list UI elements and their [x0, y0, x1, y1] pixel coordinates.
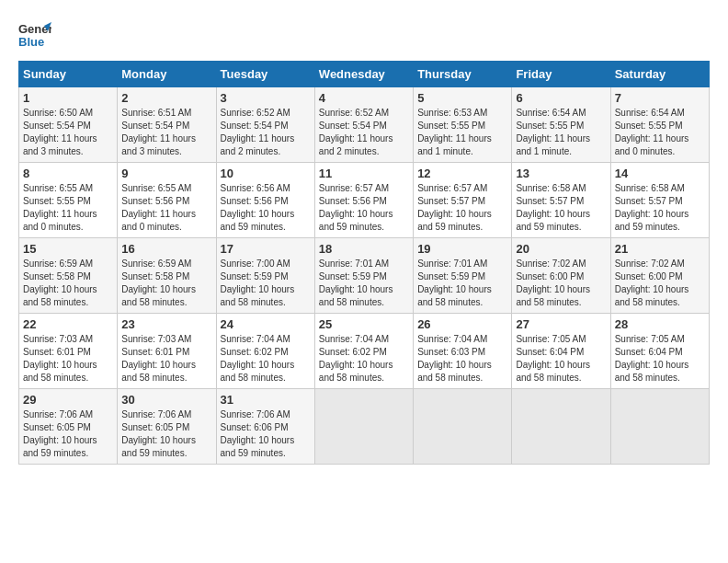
- day-info: Sunrise: 7:05 AMSunset: 6:04 PMDaylight:…: [516, 334, 590, 383]
- day-number: 31: [221, 393, 311, 407]
- day-info: Sunrise: 7:06 AMSunset: 6:05 PMDaylight:…: [121, 409, 196, 458]
- calendar-cell: 22Sunrise: 7:03 AMSunset: 6:01 PMDayligh…: [19, 314, 118, 389]
- calendar-week-row: 15Sunrise: 6:59 AMSunset: 5:58 PMDayligh…: [19, 238, 710, 314]
- day-info: Sunrise: 7:00 AMSunset: 5:59 PMDaylight:…: [221, 259, 295, 307]
- calendar-cell: 19Sunrise: 7:01 AMSunset: 5:59 PMDayligh…: [414, 238, 512, 314]
- day-number: 5: [417, 91, 507, 105]
- day-info: Sunrise: 7:04 AMSunset: 6:03 PMDaylight:…: [417, 334, 492, 383]
- calendar-cell: 18Sunrise: 7:01 AMSunset: 5:59 PMDayligh…: [314, 238, 413, 314]
- svg-text:Blue: Blue: [18, 35, 44, 49]
- day-number: 14: [615, 167, 705, 180]
- weekday-header-friday: Friday: [512, 62, 610, 87]
- calendar-cell: 16Sunrise: 6:59 AMSunset: 5:58 PMDayligh…: [118, 238, 216, 314]
- calendar-cell: 7Sunrise: 6:54 AMSunset: 5:55 PMDaylight…: [610, 87, 709, 163]
- day-info: Sunrise: 7:04 AMSunset: 6:02 PMDaylight:…: [319, 334, 393, 383]
- day-info: Sunrise: 7:03 AMSunset: 6:01 PMDaylight:…: [23, 334, 97, 383]
- day-info: Sunrise: 6:55 AMSunset: 5:55 PMDaylight:…: [23, 183, 97, 232]
- day-number: 1: [23, 91, 113, 105]
- day-number: 24: [221, 317, 311, 331]
- calendar-cell: 25Sunrise: 7:04 AMSunset: 6:02 PMDayligh…: [314, 314, 413, 389]
- day-number: 17: [221, 242, 311, 256]
- day-info: Sunrise: 6:58 AMSunset: 5:57 PMDaylight:…: [516, 183, 590, 232]
- day-info: Sunrise: 7:05 AMSunset: 6:04 PMDaylight:…: [615, 334, 689, 383]
- calendar-cell: 17Sunrise: 7:00 AMSunset: 5:59 PMDayligh…: [216, 238, 314, 314]
- day-info: Sunrise: 7:02 AMSunset: 6:00 PMDaylight:…: [615, 259, 689, 307]
- calendar-cell: 9Sunrise: 6:55 AMSunset: 5:56 PMDaylight…: [118, 163, 216, 238]
- calendar-cell: 3Sunrise: 6:52 AMSunset: 5:54 PMDaylight…: [216, 87, 314, 163]
- day-number: 21: [615, 242, 705, 256]
- day-number: 18: [319, 242, 409, 256]
- day-info: Sunrise: 6:59 AMSunset: 5:58 PMDaylight:…: [23, 259, 97, 307]
- day-info: Sunrise: 6:58 AMSunset: 5:57 PMDaylight:…: [615, 183, 689, 232]
- day-info: Sunrise: 7:03 AMSunset: 6:01 PMDaylight:…: [121, 334, 196, 383]
- calendar-week-row: 8Sunrise: 6:55 AMSunset: 5:55 PMDaylight…: [19, 163, 710, 238]
- calendar-cell: 24Sunrise: 7:04 AMSunset: 6:02 PMDayligh…: [216, 314, 314, 389]
- calendar-table: SundayMondayTuesdayWednesdayThursdayFrid…: [18, 61, 710, 465]
- calendar-cell: 4Sunrise: 6:52 AMSunset: 5:54 PMDaylight…: [314, 87, 413, 163]
- day-info: Sunrise: 6:53 AMSunset: 5:55 PMDaylight:…: [417, 108, 492, 156]
- calendar-cell: 14Sunrise: 6:58 AMSunset: 5:57 PMDayligh…: [610, 163, 709, 238]
- calendar-cell: 23Sunrise: 7:03 AMSunset: 6:01 PMDayligh…: [118, 314, 216, 389]
- page-header: General Blue: [18, 18, 710, 52]
- day-info: Sunrise: 7:01 AMSunset: 5:59 PMDaylight:…: [319, 259, 393, 307]
- calendar-cell: [414, 389, 512, 465]
- day-number: 28: [615, 317, 705, 331]
- day-info: Sunrise: 6:54 AMSunset: 5:55 PMDaylight:…: [516, 108, 590, 156]
- day-number: 3: [221, 91, 311, 105]
- day-number: 16: [121, 242, 211, 256]
- day-info: Sunrise: 6:57 AMSunset: 5:57 PMDaylight:…: [417, 183, 492, 232]
- day-number: 4: [319, 91, 409, 105]
- calendar-cell: 31Sunrise: 7:06 AMSunset: 6:06 PMDayligh…: [216, 389, 314, 465]
- day-number: 30: [121, 393, 211, 407]
- weekday-header-row: SundayMondayTuesdayWednesdayThursdayFrid…: [19, 62, 710, 87]
- weekday-header-wednesday: Wednesday: [314, 62, 413, 87]
- calendar-cell: 1Sunrise: 6:50 AMSunset: 5:54 PMDaylight…: [19, 87, 118, 163]
- calendar-cell: [314, 389, 413, 465]
- day-number: 19: [417, 242, 507, 256]
- day-number: 6: [516, 91, 606, 105]
- day-info: Sunrise: 7:02 AMSunset: 6:00 PMDaylight:…: [516, 259, 590, 307]
- day-info: Sunrise: 6:57 AMSunset: 5:56 PMDaylight:…: [319, 183, 393, 232]
- day-info: Sunrise: 6:55 AMSunset: 5:56 PMDaylight:…: [121, 183, 196, 232]
- calendar-cell: 21Sunrise: 7:02 AMSunset: 6:00 PMDayligh…: [610, 238, 709, 314]
- day-number: 7: [615, 91, 705, 105]
- calendar-cell: 2Sunrise: 6:51 AMSunset: 5:54 PMDaylight…: [118, 87, 216, 163]
- day-info: Sunrise: 7:06 AMSunset: 6:05 PMDaylight:…: [23, 409, 97, 458]
- day-number: 11: [319, 167, 409, 180]
- calendar-week-row: 29Sunrise: 7:06 AMSunset: 6:05 PMDayligh…: [19, 389, 710, 465]
- day-info: Sunrise: 6:56 AMSunset: 5:56 PMDaylight:…: [221, 183, 295, 232]
- day-number: 22: [23, 317, 113, 331]
- weekday-header-thursday: Thursday: [414, 62, 512, 87]
- day-number: 10: [221, 167, 311, 180]
- calendar-cell: 27Sunrise: 7:05 AMSunset: 6:04 PMDayligh…: [512, 314, 610, 389]
- calendar-cell: 12Sunrise: 6:57 AMSunset: 5:57 PMDayligh…: [414, 163, 512, 238]
- day-info: Sunrise: 6:52 AMSunset: 5:54 PMDaylight:…: [319, 108, 393, 156]
- day-info: Sunrise: 6:54 AMSunset: 5:55 PMDaylight:…: [615, 108, 689, 156]
- weekday-header-saturday: Saturday: [610, 62, 709, 87]
- calendar-cell: 6Sunrise: 6:54 AMSunset: 5:55 PMDaylight…: [512, 87, 610, 163]
- calendar-cell: 11Sunrise: 6:57 AMSunset: 5:56 PMDayligh…: [314, 163, 413, 238]
- day-number: 23: [121, 317, 211, 331]
- day-info: Sunrise: 7:06 AMSunset: 6:06 PMDaylight:…: [221, 409, 295, 458]
- calendar-cell: 30Sunrise: 7:06 AMSunset: 6:05 PMDayligh…: [118, 389, 216, 465]
- weekday-header-tuesday: Tuesday: [216, 62, 314, 87]
- calendar-cell: 10Sunrise: 6:56 AMSunset: 5:56 PMDayligh…: [216, 163, 314, 238]
- calendar-cell: 8Sunrise: 6:55 AMSunset: 5:55 PMDaylight…: [19, 163, 118, 238]
- calendar-cell: 15Sunrise: 6:59 AMSunset: 5:58 PMDayligh…: [19, 238, 118, 314]
- logo: General Blue: [18, 18, 55, 52]
- day-number: 8: [23, 167, 113, 180]
- calendar-cell: 28Sunrise: 7:05 AMSunset: 6:04 PMDayligh…: [610, 314, 709, 389]
- weekday-header-monday: Monday: [118, 62, 216, 87]
- day-number: 27: [516, 317, 606, 331]
- calendar-cell: [512, 389, 610, 465]
- day-info: Sunrise: 6:51 AMSunset: 5:54 PMDaylight:…: [121, 108, 196, 156]
- day-number: 12: [417, 167, 507, 180]
- day-number: 9: [121, 167, 211, 180]
- calendar-cell: 29Sunrise: 7:06 AMSunset: 6:05 PMDayligh…: [19, 389, 118, 465]
- day-info: Sunrise: 6:52 AMSunset: 5:54 PMDaylight:…: [221, 108, 295, 156]
- day-info: Sunrise: 7:01 AMSunset: 5:59 PMDaylight:…: [417, 259, 492, 307]
- day-info: Sunrise: 7:04 AMSunset: 6:02 PMDaylight:…: [221, 334, 295, 383]
- day-number: 2: [121, 91, 211, 105]
- day-number: 26: [417, 317, 507, 331]
- calendar-week-row: 1Sunrise: 6:50 AMSunset: 5:54 PMDaylight…: [19, 87, 710, 163]
